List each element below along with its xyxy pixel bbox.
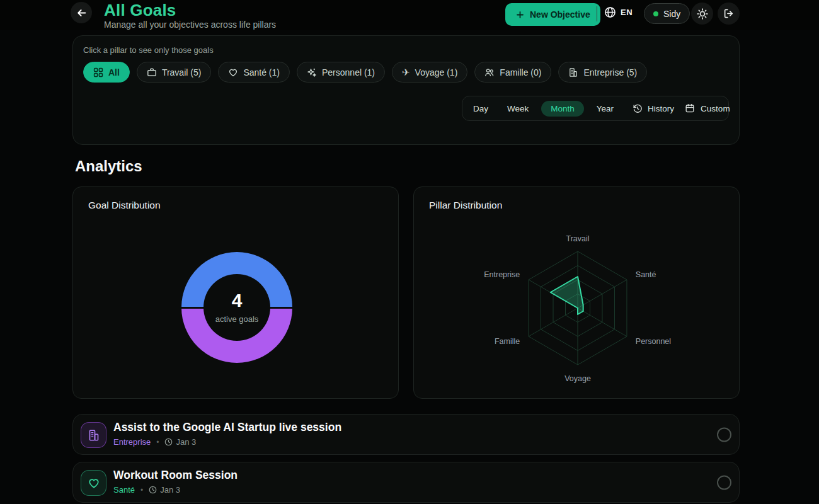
goal-distribution-title: Goal Distribution bbox=[88, 200, 161, 211]
history-icon bbox=[633, 103, 643, 113]
range-month[interactable]: Month bbox=[541, 101, 584, 117]
pill-label: Entreprise (5) bbox=[583, 67, 637, 77]
new-objective-label: New Objective bbox=[530, 9, 590, 20]
custom-label: Custom bbox=[701, 104, 730, 113]
language-switcher[interactable]: EN bbox=[604, 6, 633, 18]
goal-row-google-ai-session[interactable]: Assist to the Google AI Startup live ses… bbox=[72, 414, 740, 455]
filter-hint: Click a pillar to see only those goals bbox=[83, 45, 214, 55]
sparkles-icon bbox=[307, 67, 317, 77]
history-label: History bbox=[648, 104, 674, 113]
gear-icon bbox=[697, 8, 708, 20]
pill-label: Famille (0) bbox=[500, 67, 541, 77]
goal-date: Jan 3 bbox=[164, 437, 196, 447]
online-status-dot bbox=[653, 11, 658, 16]
pill-label: Santé (1) bbox=[243, 67, 280, 77]
building-icon bbox=[81, 422, 106, 448]
briefcase-icon bbox=[147, 67, 157, 77]
clock-icon bbox=[164, 438, 173, 446]
calendar-icon bbox=[685, 103, 695, 113]
goal-pillar-tag[interactable]: Santé bbox=[113, 485, 135, 495]
pill-famille[interactable]: Famille (0) bbox=[474, 62, 551, 83]
goal-title: Workout Room Session bbox=[113, 469, 238, 482]
header-bar: All Goals Manage all your objectives acr… bbox=[0, 0, 819, 30]
all-goals-page: All Goals Manage all your objectives acr… bbox=[0, 0, 819, 504]
svg-text:Personnel: Personnel bbox=[636, 337, 671, 346]
arrow-left-icon bbox=[76, 8, 87, 18]
clock-icon bbox=[149, 486, 157, 494]
pill-label: Personnel (1) bbox=[322, 67, 375, 77]
pill-entreprise[interactable]: Entreprise (5) bbox=[558, 62, 647, 83]
range-week[interactable]: Week bbox=[507, 104, 529, 113]
time-range-bar: Day Week Month Year History Cust bbox=[462, 96, 729, 121]
goal-complete-toggle[interactable] bbox=[717, 427, 731, 442]
meta-separator: • bbox=[140, 486, 143, 495]
user-name: Sidy bbox=[663, 9, 680, 19]
goal-complete-toggle[interactable] bbox=[717, 475, 731, 490]
pill-sante[interactable]: Santé (1) bbox=[218, 62, 290, 83]
pill-label: Travail (5) bbox=[162, 67, 202, 77]
pill-personnel[interactable]: Personnel (1) bbox=[297, 62, 385, 83]
heart-icon bbox=[81, 470, 106, 496]
donut-center: 4 active goals bbox=[203, 274, 270, 341]
pillar-distribution-card: Pillar Distribution TravailSantéPersonne… bbox=[413, 186, 740, 399]
active-goals-count: 4 bbox=[232, 291, 243, 310]
goal-date-label: Jan 3 bbox=[160, 485, 180, 495]
goal-distribution-card: Goal Distribution 4 active goals bbox=[72, 186, 399, 399]
analytics-heading: Analytics bbox=[75, 158, 142, 175]
settings-button[interactable] bbox=[691, 3, 713, 25]
heart-icon bbox=[228, 67, 238, 77]
pill-travail[interactable]: Travail (5) bbox=[137, 62, 212, 83]
range-day[interactable]: Day bbox=[473, 104, 488, 113]
building-icon bbox=[568, 67, 578, 77]
language-label: EN bbox=[621, 8, 633, 17]
svg-text:Voyage: Voyage bbox=[564, 374, 591, 383]
plane-icon: ✈ bbox=[402, 67, 410, 77]
goal-row-workout-session[interactable]: Workout Room Session Santé • Jan 3 bbox=[72, 462, 740, 503]
pill-all[interactable]: All bbox=[83, 62, 130, 83]
svg-text:Entreprise: Entreprise bbox=[484, 270, 520, 279]
goal-meta: Santé • Jan 3 bbox=[113, 485, 180, 495]
pill-label: All bbox=[108, 67, 120, 77]
grid-icon bbox=[93, 67, 103, 77]
header-divider bbox=[597, 6, 597, 21]
goal-pillar-tag[interactable]: Entreprise bbox=[113, 437, 151, 447]
new-objective-button[interactable]: New Objective bbox=[505, 3, 600, 26]
goal-distribution-donut-chart: 4 active goals bbox=[181, 252, 292, 363]
active-goals-label: active goals bbox=[215, 314, 259, 324]
logout-icon bbox=[723, 8, 734, 19]
pillar-filter-card: Click a pillar to see only those goals A… bbox=[72, 35, 740, 145]
pillar-pill-row: All Travail (5) Santé (1) bbox=[83, 62, 647, 83]
range-year[interactable]: Year bbox=[597, 104, 614, 113]
svg-text:Santé: Santé bbox=[636, 270, 656, 279]
user-menu-button[interactable]: Sidy bbox=[644, 3, 690, 24]
goal-date: Jan 3 bbox=[149, 485, 180, 495]
back-button[interactable] bbox=[71, 2, 92, 23]
goal-date-label: Jan 3 bbox=[176, 437, 196, 447]
svg-text:Famille: Famille bbox=[495, 337, 520, 346]
goal-meta: Entreprise • Jan 3 bbox=[113, 437, 196, 447]
history-button[interactable]: History bbox=[633, 103, 674, 113]
meta-separator: • bbox=[156, 438, 159, 447]
pill-label: Voyage (1) bbox=[415, 67, 458, 77]
people-icon bbox=[484, 67, 495, 77]
pill-voyage[interactable]: ✈ Voyage (1) bbox=[392, 62, 467, 83]
page-title: All Goals bbox=[104, 1, 176, 20]
custom-range-button[interactable]: Custom bbox=[685, 103, 730, 113]
globe-icon bbox=[604, 6, 616, 18]
plus-icon bbox=[515, 10, 525, 20]
goal-title: Assist to the Google AI Startup live ses… bbox=[113, 421, 341, 434]
logout-button[interactable] bbox=[718, 3, 740, 25]
svg-text:Travail: Travail bbox=[566, 234, 589, 243]
pillar-radar-chart: TravailSantéPersonnelVoyageFamilleEntrep… bbox=[414, 187, 740, 399]
page-subtitle: Manage all your objectives across life p… bbox=[104, 20, 276, 30]
